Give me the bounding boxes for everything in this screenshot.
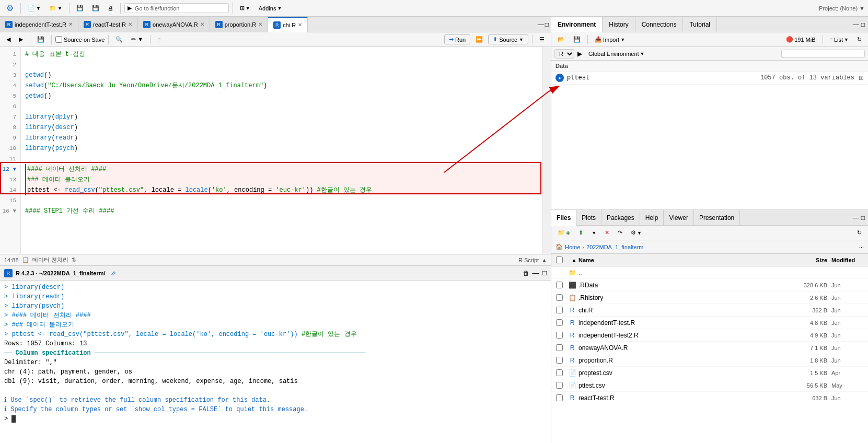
select-all-checkbox[interactable]: [556, 257, 563, 263]
list-view-button[interactable]: ≡ List ▼: [827, 35, 852, 44]
data-view-icon[interactable]: ⊞: [859, 74, 864, 81]
files-tab-presentation[interactable]: Presentation: [694, 210, 740, 226]
compile-button[interactable]: ≡: [154, 35, 164, 44]
maximize-console-button[interactable]: □: [542, 269, 547, 277]
tab-independentT-test[interactable]: R independentT-test.R ✕: [0, 17, 78, 32]
tab-onewayANOVA[interactable]: R onewayANOVA.R ✕: [138, 17, 210, 32]
options-button[interactable]: ☰: [536, 34, 548, 44]
file-row-pttest[interactable]: 📄 pttest.csv 56.5 KB May: [551, 379, 868, 392]
re-run-button[interactable]: ⏩: [472, 34, 486, 44]
rdata-checkbox[interactable]: [556, 282, 563, 288]
files-tab-packages[interactable]: Packages: [601, 210, 640, 226]
file-check-proportion[interactable]: [551, 357, 567, 364]
app-menu-button[interactable]: ⚙: [3, 2, 17, 15]
file-check-rdata[interactable]: [551, 282, 567, 288]
refresh-env-button[interactable]: ↻: [854, 34, 865, 44]
file-check-indep2[interactable]: [551, 332, 567, 339]
save-workspace-button[interactable]: 💾: [570, 34, 584, 44]
rhistory-checkbox[interactable]: [556, 294, 563, 301]
env-search-input[interactable]: [781, 50, 865, 58]
file-row-indep2[interactable]: R independentT-test2.R 4.9 KB Jun: [551, 329, 868, 342]
close-tab-icon-2[interactable]: ✕: [128, 21, 132, 27]
save-file-button[interactable]: 💾: [34, 34, 48, 44]
file-row-react[interactable]: R reactT-test.R 632 B Jun: [551, 392, 868, 404]
open-file-button[interactable]: 📁 ▼: [46, 3, 65, 13]
search-button[interactable]: 🔍: [112, 34, 126, 44]
files-tab-plots[interactable]: Plots: [576, 210, 601, 226]
layout-button[interactable]: ⊞ ▼: [237, 3, 253, 13]
minimize-editor-button[interactable]: —: [538, 21, 544, 28]
proptest-checkbox[interactable]: [556, 369, 563, 376]
back-button[interactable]: ◀: [3, 34, 14, 44]
clear-console-button[interactable]: 🗑: [523, 270, 529, 277]
close-tab-icon-5[interactable]: ✕: [298, 22, 302, 28]
vertical-scrollbar[interactable]: [542, 47, 551, 254]
env-tab-tutorial[interactable]: Tutorial: [683, 17, 717, 32]
file-check-pttest[interactable]: [551, 382, 567, 389]
tab-reactT-test[interactable]: R reactT-test.R ✕: [78, 17, 138, 32]
files-tab-help[interactable]: Help: [640, 210, 664, 226]
print-button[interactable]: 🖨: [105, 4, 117, 13]
file-row-up[interactable]: 📁 ..: [551, 266, 868, 279]
file-row-rdata[interactable]: ⬛ .RData 328.6 KB Jun: [551, 279, 868, 292]
size-column-header[interactable]: Size: [790, 257, 831, 263]
upload-button[interactable]: ⬆: [575, 228, 586, 238]
load-workspace-button[interactable]: 📂: [554, 34, 568, 44]
name-column-header[interactable]: ▲ Name: [567, 257, 790, 263]
file-check-chi[interactable]: [551, 307, 567, 313]
files-dropdown-button[interactable]: ▼: [588, 229, 599, 237]
react-checkbox[interactable]: [556, 394, 563, 401]
close-tab-icon-4[interactable]: ✕: [258, 21, 262, 27]
source-button[interactable]: ⬆ Source ▼: [488, 34, 528, 44]
delete-file-button[interactable]: ✕: [601, 228, 612, 238]
maximize-files-button[interactable]: □: [861, 214, 865, 222]
code-content[interactable]: # 대응 표본 t-검정 getwd() setwd("C:/Users/Bae…: [21, 47, 551, 254]
tab-proportion[interactable]: R proportion.R ✕: [210, 17, 269, 32]
refresh-files-button[interactable]: ↻: [854, 228, 865, 238]
chi-checkbox[interactable]: [556, 307, 563, 313]
more-files-button[interactable]: ⚙ ▼: [628, 228, 645, 238]
save-button[interactable]: 💾: [73, 3, 87, 13]
go-to-file-button[interactable]: ▶ Go to file/function: [124, 3, 229, 13]
tab-chi[interactable]: R chi.R ✕: [268, 17, 308, 32]
file-row-proptest[interactable]: 📄 proptest.csv 1.5 KB Apr: [551, 367, 868, 379]
proportion-checkbox[interactable]: [556, 357, 563, 364]
new-folder-button[interactable]: 📁 +: [554, 227, 573, 239]
file-row-chi[interactable]: R chi.R 362 B Jun: [551, 304, 868, 317]
new-file-button[interactable]: 📄 ▼: [25, 3, 44, 13]
file-row-rhistory[interactable]: 📋 .Rhistory 2.6 KB Jun: [551, 292, 868, 304]
file-row-proportion[interactable]: R proportion.R 1.8 KB Jun: [551, 354, 868, 367]
file-check-anova[interactable]: [551, 344, 567, 351]
breadcrumb-folder[interactable]: 2022MDA_1_finalterm: [586, 244, 643, 250]
rename-button[interactable]: ↷: [615, 228, 626, 238]
env-data-row-pttest[interactable]: ● pttest 1057 obs. of 13 variables ⊞: [551, 72, 868, 85]
addins-button[interactable]: Addins ▼: [256, 4, 285, 13]
minimize-files-button[interactable]: —: [853, 214, 859, 222]
anova-checkbox[interactable]: [556, 344, 563, 351]
files-tab-files[interactable]: Files: [551, 210, 576, 226]
console-body[interactable]: > library(descr) > library(readr) > libr…: [0, 281, 551, 443]
env-tab-environment[interactable]: Environment: [551, 17, 603, 32]
forward-button[interactable]: ▶: [16, 34, 26, 44]
close-tab-icon[interactable]: ✕: [68, 21, 73, 27]
breadcrumb-more-button[interactable]: ···: [859, 244, 864, 250]
file-check-rhistory[interactable]: [551, 294, 567, 301]
modified-column-header[interactable]: Modified: [831, 257, 868, 263]
pttest-checkbox[interactable]: [556, 382, 563, 389]
file-row-indep[interactable]: R independentT-test.R 4.8 KB Jun: [551, 317, 868, 329]
file-check-indep[interactable]: [551, 319, 567, 326]
indep2-checkbox[interactable]: [556, 332, 563, 339]
indep-checkbox[interactable]: [556, 319, 563, 326]
maximize-editor-button[interactable]: □: [545, 21, 549, 28]
close-tab-icon-3[interactable]: ✕: [200, 21, 204, 27]
code-tools-button[interactable]: ✏ ▼: [128, 34, 146, 44]
minimize-console-button[interactable]: —: [533, 269, 539, 277]
global-env-button[interactable]: Global Environment ▼: [585, 49, 648, 59]
import-button[interactable]: 📥 Import ▼: [592, 34, 628, 44]
language-selector[interactable]: R: [554, 49, 574, 59]
maximize-env-button[interactable]: □: [861, 21, 865, 28]
env-tab-history[interactable]: History: [603, 17, 635, 32]
run-button[interactable]: ➡ Run: [444, 34, 470, 44]
files-tab-viewer[interactable]: Viewer: [664, 210, 693, 226]
file-check-react[interactable]: [551, 394, 567, 401]
